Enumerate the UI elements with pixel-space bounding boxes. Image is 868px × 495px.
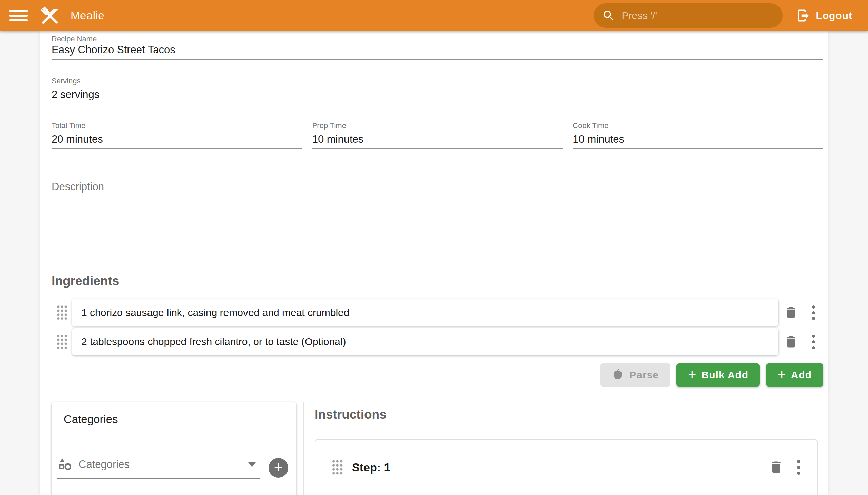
drag-handle-icon[interactable] xyxy=(331,459,343,475)
recipe-name-field: Recipe Name xyxy=(52,35,823,60)
ingredient-input[interactable] xyxy=(81,307,769,318)
total-time-input[interactable] xyxy=(52,133,302,149)
ingredient-row xyxy=(52,299,823,326)
bottom-columns: Categories Categories xyxy=(52,402,823,495)
ingredient-card xyxy=(72,328,779,355)
search-input[interactable] xyxy=(622,10,775,21)
servings-field: Servings xyxy=(52,76,823,104)
kebab-menu-icon xyxy=(812,335,815,349)
prep-time-label: Prep Time xyxy=(312,121,563,130)
parse-label: Parse xyxy=(629,369,659,381)
instructions-heading: Instructions xyxy=(314,407,818,423)
categories-select-row: Categories xyxy=(57,457,288,479)
app-title: Mealie xyxy=(70,9,104,22)
description-label: Description xyxy=(52,181,104,193)
step-title: Step: 1 xyxy=(352,461,764,474)
categories-select[interactable]: Categories xyxy=(57,457,260,479)
ingredient-menu-button[interactable] xyxy=(804,302,823,323)
kebab-menu-icon xyxy=(812,306,815,320)
add-category-button[interactable] xyxy=(269,458,288,478)
prep-time-field: Prep Time xyxy=(312,121,563,149)
trash-icon xyxy=(769,460,784,475)
cook-time-label: Cook Time xyxy=(573,121,823,130)
vertical-divider xyxy=(303,402,304,495)
total-time-field: Total Time xyxy=(52,121,302,149)
ingredient-menu-button[interactable] xyxy=(804,331,823,353)
mealie-logo-icon xyxy=(37,3,62,28)
menu-bar xyxy=(10,15,28,17)
cook-time-input[interactable] xyxy=(573,133,823,149)
trash-icon xyxy=(784,305,799,320)
delete-ingredient-button[interactable] xyxy=(781,331,801,353)
trash-icon xyxy=(784,334,799,349)
add-label: Add xyxy=(791,369,812,381)
categories-card: Categories Categories xyxy=(52,402,296,495)
app-bar: Mealie Logout xyxy=(0,0,868,31)
ingredients-heading: Ingredients xyxy=(52,273,823,289)
recipe-name-input[interactable] xyxy=(52,44,823,60)
description-field: Description xyxy=(52,181,823,256)
logout-label: Logout xyxy=(816,10,852,21)
categories-column: Categories Categories xyxy=(52,402,303,495)
description-textarea[interactable] xyxy=(52,181,823,254)
drag-handle-icon[interactable] xyxy=(56,334,68,349)
step-menu-button[interactable] xyxy=(789,456,808,478)
ingredient-card xyxy=(72,299,779,326)
ingredient-row xyxy=(52,328,823,355)
chevron-down-icon xyxy=(248,462,256,467)
recipe-editor-card: Recipe Name Servings Total Time Prep Tim… xyxy=(40,31,828,495)
parse-button[interactable]: Parse xyxy=(600,363,670,387)
bulk-add-button[interactable]: Bulk Add xyxy=(677,363,760,387)
logout-button[interactable]: Logout xyxy=(794,5,854,26)
recipe-name-label: Recipe Name xyxy=(52,35,823,44)
menu-bar xyxy=(10,19,28,21)
ingredient-list xyxy=(52,299,823,355)
apple-icon xyxy=(612,369,624,381)
kebab-menu-icon xyxy=(797,460,800,475)
search-box[interactable] xyxy=(594,3,783,28)
delete-ingredient-button[interactable] xyxy=(781,302,801,323)
search-icon xyxy=(602,9,615,22)
prep-time-input[interactable] xyxy=(312,133,563,149)
servings-label: Servings xyxy=(52,76,823,85)
drag-handle-icon[interactable] xyxy=(56,305,68,320)
instructions-column: Instructions Step: 1 Combine crumbled ch… xyxy=(314,402,823,495)
menu-bar xyxy=(10,10,28,12)
categories-card-title: Categories xyxy=(52,402,296,434)
servings-input[interactable] xyxy=(52,88,823,104)
ingredient-input[interactable] xyxy=(81,336,769,347)
ingredient-actions-row: Parse Bulk Add Add xyxy=(52,363,823,387)
categories-select-placeholder: Categories xyxy=(79,458,242,471)
bulk-add-label: Bulk Add xyxy=(701,369,749,381)
divider xyxy=(58,434,290,435)
add-ingredient-button[interactable]: Add xyxy=(766,363,823,387)
plus-icon xyxy=(778,367,786,381)
logout-icon xyxy=(796,8,810,23)
time-fields-row: Total Time Prep Time Cook Time xyxy=(52,121,823,149)
delete-step-button[interactable] xyxy=(766,456,786,478)
shapes-icon xyxy=(58,457,72,472)
plus-icon xyxy=(688,367,697,381)
menu-icon[interactable] xyxy=(8,5,30,27)
plus-icon xyxy=(274,460,283,474)
instruction-step-card: Step: 1 Combine crumbled chorizo and chi… xyxy=(314,439,818,495)
cook-time-field: Cook Time xyxy=(573,121,823,149)
total-time-label: Total Time xyxy=(52,121,302,130)
step-header: Step: 1 xyxy=(327,456,808,478)
